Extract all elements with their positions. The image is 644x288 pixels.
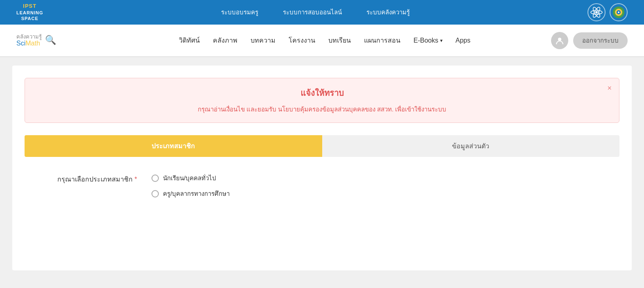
nav-item-video[interactable]: วิดิทัศน์ — [179, 35, 200, 45]
learning-label: LEARNING — [16, 10, 43, 16]
emblem-icon — [610, 3, 628, 21]
form-section: กรุณาเลือกประเภทสมาชิก * นักเรียน/บุคคลท… — [25, 169, 619, 199]
alert-title: แจ้งให้ทราบ — [41, 86, 603, 100]
logo-sci: Sci — [16, 40, 25, 47]
space-label: SPACE — [21, 16, 38, 21]
member-type-row: กรุณาเลือกประเภทสมาชิก * นักเรียน/บุคคลท… — [57, 173, 619, 199]
site-logo[interactable]: คลังความรู้ SciMath 🔍 — [16, 34, 98, 47]
member-type-label: กรุณาเลือกประเภทสมาชิก * — [57, 173, 139, 184]
main-nav: วิดิทัศน์ คลังภาพ บทความ โครงงาน บทเรียน… — [98, 35, 551, 45]
nav-item-gallery[interactable]: คลังภาพ — [213, 35, 237, 45]
logo-math: Math — [25, 40, 40, 47]
svg-point-0 — [595, 11, 598, 14]
search-icon: 🔍 — [45, 35, 56, 45]
member-type-options: นักเรียน/บุคคลทั่วไป ครู/บุคลากรทางการศึ… — [151, 173, 230, 199]
alert-box: แจ้งให้ทราบ กรุณาอ่านเงื่อนไข และยอมรับ … — [25, 78, 619, 123]
logo-klang-text: คลังความรู้ — [16, 34, 42, 40]
user-icon-button[interactable] — [551, 32, 568, 49]
svg-point-7 — [618, 11, 619, 13]
radio-circle-teacher — [151, 190, 159, 197]
nav-item-lesson-plan[interactable]: แผนการสอน — [364, 35, 400, 45]
top-navbar: IPST LEARNING SPACE ระบบอบรมครู ระบบการส… — [0, 0, 644, 25]
radio-student-label: นักเรียน/บุคคลทั่วไป — [163, 173, 216, 183]
logo-scimath: SciMath — [16, 40, 42, 47]
top-nav-links: ระบบอบรมครู ระบบการสอบออนไลน์ ระบบคลังคว… — [68, 7, 563, 17]
radio-teacher[interactable]: ครู/บุคลากรทางการศึกษา — [151, 189, 230, 199]
nav-item-project[interactable]: โครงงาน — [289, 35, 315, 45]
required-marker: * — [134, 176, 137, 183]
nav-item-apps[interactable]: Apps — [456, 37, 470, 44]
tab-member-type[interactable]: ประเภทสมาชิก — [25, 135, 322, 157]
ipst-label: IPST — [23, 3, 36, 10]
main-header: คลังความรู้ SciMath 🔍 วิดิทัศน์ คลังภาพ … — [0, 25, 644, 57]
topnav-item-online-exam[interactable]: ระบบการสอบออนไลน์ — [283, 7, 342, 17]
tab-bar: ประเภทสมาชิก ข้อมูลส่วนตัว — [25, 135, 619, 157]
nav-item-article[interactable]: บทความ — [251, 35, 276, 45]
topnav-item-knowledge-bank[interactable]: ระบบคลังความรู้ — [366, 7, 410, 17]
alert-body: กรุณาอ่านเงื่อนไข และยอมรับ นโยบายคุ้มคร… — [41, 104, 603, 114]
ipst-logo: IPST LEARNING SPACE — [16, 3, 43, 21]
top-nav-icons — [588, 3, 628, 21]
logout-button[interactable]: ออกจากระบบ — [573, 32, 628, 49]
nav-item-lesson[interactable]: บทเรียน — [328, 35, 351, 45]
atom-icon — [588, 3, 606, 21]
header-right: ออกจากระบบ — [551, 32, 628, 49]
radio-student[interactable]: นักเรียน/บุคคลทั่วไป — [151, 173, 230, 183]
logo-text: คลังความรู้ SciMath — [16, 34, 42, 47]
svg-point-8 — [558, 38, 561, 41]
topnav-item-teacher-training[interactable]: ระบบอบรมครู — [221, 7, 258, 17]
radio-circle-student — [151, 175, 159, 182]
tab-personal-info[interactable]: ข้อมูลส่วนตัว — [322, 135, 620, 157]
content-area: แจ้งให้ทราบ กรุณาอ่านเงื่อนไข และยอมรับ … — [12, 66, 632, 270]
nav-item-ebooks[interactable]: E-Books ▾ — [414, 37, 442, 44]
alert-close-button[interactable]: × — [607, 84, 612, 93]
radio-teacher-label: ครู/บุคลากรทางการศึกษา — [163, 189, 230, 199]
chevron-down-icon: ▾ — [440, 38, 443, 43]
